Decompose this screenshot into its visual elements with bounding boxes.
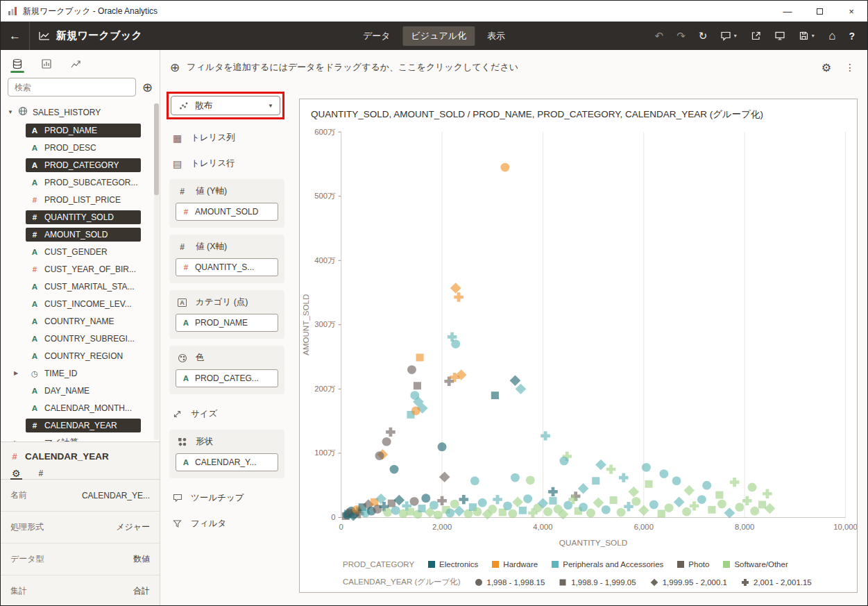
add-data-icon[interactable]: ⊕ bbox=[142, 81, 153, 94]
visualization-card[interactable]: QUANTITY_SOLD, AMOUNT_SOLD / PROD_NAME, … bbox=[299, 99, 858, 593]
add-filter-icon[interactable]: ⊕ bbox=[170, 60, 180, 75]
field-item-PROD_LIST_PRICE[interactable]: #PROD_LIST_PRICE bbox=[1, 191, 160, 208]
scrollbar-thumb[interactable] bbox=[154, 103, 159, 195]
redo-icon[interactable]: ↷ bbox=[676, 30, 686, 42]
close-button[interactable]: × bbox=[835, 1, 867, 22]
properties-header: # CALENDAR_YEAR bbox=[1, 442, 160, 468]
collapse-icon[interactable]: ▼ bbox=[8, 109, 13, 115]
legend-shape-item[interactable]: 2,001 - 2,001.15 bbox=[741, 578, 812, 587]
legend-shape-item[interactable]: 1,998.9 - 1,999.05 bbox=[559, 578, 636, 587]
field-item-COUNTRY_SUBREGI...[interactable]: ACOUNTRY_SUBREGI... bbox=[1, 330, 160, 347]
field-item-CALENDAR_MONTH...[interactable]: ACALENDAR_MONTH... bbox=[1, 399, 160, 416]
back-button[interactable]: ← bbox=[1, 22, 30, 50]
field-item-CUST_MARITAL_STA...[interactable]: ACUST_MARITAL_STA... bbox=[1, 278, 160, 295]
filter-zone[interactable]: フィルタ bbox=[169, 511, 284, 537]
shape-zone[interactable]: 形状 A CALENDAR_Y... bbox=[169, 430, 284, 478]
maximize-button[interactable] bbox=[803, 1, 835, 22]
x-axis-zone[interactable]: # 値 (X軸) # QUANTITY_S... bbox=[169, 235, 284, 283]
export-icon[interactable] bbox=[751, 31, 761, 41]
field-item-DAY_NAME[interactable]: ADAY_NAME bbox=[1, 382, 160, 399]
field-item-PROD_DESC[interactable]: APROD_DESC bbox=[1, 139, 160, 156]
property-row[interactable]: 集計合計 bbox=[1, 575, 160, 605]
attribute-icon: A bbox=[182, 319, 190, 327]
property-row[interactable]: 処理形式メジャー bbox=[1, 512, 160, 544]
attribute-icon: A bbox=[31, 126, 39, 135]
field-item-PROD_NAME[interactable]: APROD_NAME bbox=[1, 121, 160, 139]
legend-category-item[interactable]: Peripherals and Accessories bbox=[552, 560, 663, 569]
field-item-AMOUNT_SOLD[interactable]: #AMOUNT_SOLD bbox=[1, 226, 160, 243]
y-axis-zone[interactable]: # 値 (Y軸) # AMOUNT_SOLD bbox=[169, 179, 284, 228]
attribute-icon: A bbox=[31, 178, 39, 187]
home-icon[interactable]: ⌂ bbox=[828, 29, 835, 43]
tree-scrollbar[interactable] bbox=[154, 103, 159, 440]
undo-icon[interactable]: ↶ bbox=[655, 30, 664, 42]
trellis-columns-zone[interactable]: ▦ トレリス列 bbox=[169, 125, 284, 151]
present-icon[interactable] bbox=[774, 31, 785, 41]
pill-calendar-year[interactable]: A CALENDAR_Y... bbox=[176, 453, 278, 471]
field-item-TIME_ID[interactable]: ▶◷TIME_ID bbox=[1, 364, 160, 382]
general-properties-tab-gear-icon[interactable]: ⚙ bbox=[12, 468, 21, 479]
tab-data[interactable]: データ bbox=[355, 26, 399, 46]
legend-shape-item[interactable]: 1,998 - 1,998.15 bbox=[475, 578, 545, 587]
field-label: CALENDAR_MONTH... bbox=[44, 403, 132, 413]
legend-category-item[interactable]: Hardware bbox=[492, 560, 538, 569]
minimize-button[interactable]: — bbox=[772, 1, 803, 22]
toolbar: ↶ ↷ ↻ ▼ ▼ ⌂ ? bbox=[655, 29, 867, 43]
category-zone[interactable]: A カテゴリ (点) A PROD_NAME bbox=[169, 290, 284, 339]
chart-type-select[interactable]: 散布 ▼ bbox=[171, 96, 280, 115]
field-properties-panel: # CALENDAR_YEAR ⚙ # 名前CALENDAR_YE...処理形式… bbox=[1, 441, 160, 605]
legend-category-item[interactable]: Software/Other bbox=[723, 560, 788, 569]
os-titlebar: 新規ワークブック - Oracle Analytics — × bbox=[1, 1, 867, 22]
pill-amount-sold[interactable]: # AMOUNT_SOLD bbox=[176, 203, 278, 221]
field-item-マイ計算[interactable]: ▶▭マイ計算 bbox=[1, 434, 160, 441]
field-label: CUST_INCOME_LEV... bbox=[44, 299, 132, 309]
attribute-icon: A bbox=[31, 335, 39, 343]
field-label: AMOUNT_SOLD bbox=[44, 230, 108, 239]
field-item-CUST_YEAR_OF_BIR...[interactable]: #CUST_YEAR_OF_BIR... bbox=[1, 260, 160, 278]
property-row[interactable]: データ型数値 bbox=[1, 544, 160, 575]
expand-icon[interactable]: ▶ bbox=[14, 370, 18, 376]
legend-category-item[interactable]: Photo bbox=[677, 560, 709, 569]
clock-icon: ◷ bbox=[31, 369, 39, 378]
field-label: マイ計算 bbox=[44, 437, 78, 441]
size-zone[interactable]: サイズ bbox=[169, 401, 284, 427]
color-zone[interactable]: 色 A PROD_CATEG... bbox=[169, 346, 284, 394]
help-icon[interactable]: ? bbox=[849, 31, 855, 42]
field-item-PROD_SUBCATEGOR...[interactable]: APROD_SUBCATEGOR... bbox=[1, 174, 160, 191]
field-item-QUANTITY_SOLD[interactable]: #QUANTITY_SOLD bbox=[1, 208, 160, 226]
application-bar: ← 新規ワークブック データ ビジュアル化 表示 ↶ ↷ ↻ ▼ bbox=[1, 22, 867, 50]
pill-quantity-sold[interactable]: # QUANTITY_S... bbox=[176, 258, 278, 276]
filter-bar[interactable]: ⊕ フィルタを追加するにはデータをドラッグするか、ここをクリックしてください ⚙… bbox=[160, 50, 867, 85]
dataset-node[interactable]: ▼ SALES_HISTORY bbox=[1, 103, 160, 121]
save-icon[interactable]: ▼ bbox=[799, 31, 815, 41]
kebab-menu-icon[interactable]: ⋮ bbox=[845, 62, 855, 73]
pill-prod-category[interactable]: A PROD_CATEG... bbox=[176, 369, 278, 387]
pill-prod-name[interactable]: A PROD_NAME bbox=[176, 314, 278, 332]
chevron-down-icon: ▼ bbox=[810, 33, 815, 38]
property-row[interactable]: 名前CALENDAR_YE... bbox=[1, 480, 160, 512]
refresh-data-icon[interactable]: ↻ bbox=[699, 30, 708, 42]
field-item-PROD_CATEGORY[interactable]: APROD_CATEGORY bbox=[1, 156, 160, 174]
tooltip-zone[interactable]: ツールチップ bbox=[169, 485, 284, 511]
expand-icon[interactable]: ▶ bbox=[14, 439, 18, 441]
field-item-COUNTRY_NAME[interactable]: ACOUNTRY_NAME bbox=[1, 312, 160, 330]
field-item-CUST_GENDER[interactable]: ACUST_GENDER bbox=[1, 243, 160, 260]
aggregation-tab-icon[interactable]: # bbox=[39, 468, 44, 479]
tab-visualizations-icon[interactable] bbox=[41, 58, 52, 72]
field-item-CALENDAR_YEAR[interactable]: #CALENDAR_YEAR bbox=[1, 416, 160, 434]
tab-datasets-icon[interactable] bbox=[12, 58, 23, 72]
comments-icon[interactable]: ▼ bbox=[720, 31, 738, 41]
search-input[interactable] bbox=[8, 78, 136, 96]
shape-legend: CALENDAR_YEAR (グループ化) 1,998 - 1,998.151,… bbox=[300, 573, 857, 592]
field-item-CUST_INCOME_LEV...[interactable]: ACUST_INCOME_LEV... bbox=[1, 295, 160, 312]
field-item-COUNTRY_REGION[interactable]: ACOUNTRY_REGION bbox=[1, 347, 160, 364]
visual-settings-icon[interactable]: ⚙ bbox=[822, 61, 831, 74]
trellis-rows-zone[interactable]: ▤ トレリス行 bbox=[169, 151, 284, 176]
legend-shape-item[interactable]: 1,999.95 - 2,000.1 bbox=[650, 578, 727, 587]
scatter-plot[interactable]: 02,0004,0006,0008,00010,0000100万200万300万… bbox=[300, 122, 857, 557]
color-legend: PROD_CATEGORY ElectronicsHardwarePeriphe… bbox=[300, 557, 857, 573]
tab-visualize[interactable]: ビジュアル化 bbox=[403, 26, 475, 46]
tab-analytics-icon[interactable] bbox=[70, 58, 81, 72]
legend-category-item[interactable]: Electronics bbox=[428, 560, 478, 569]
tab-present[interactable]: 表示 bbox=[479, 26, 513, 46]
